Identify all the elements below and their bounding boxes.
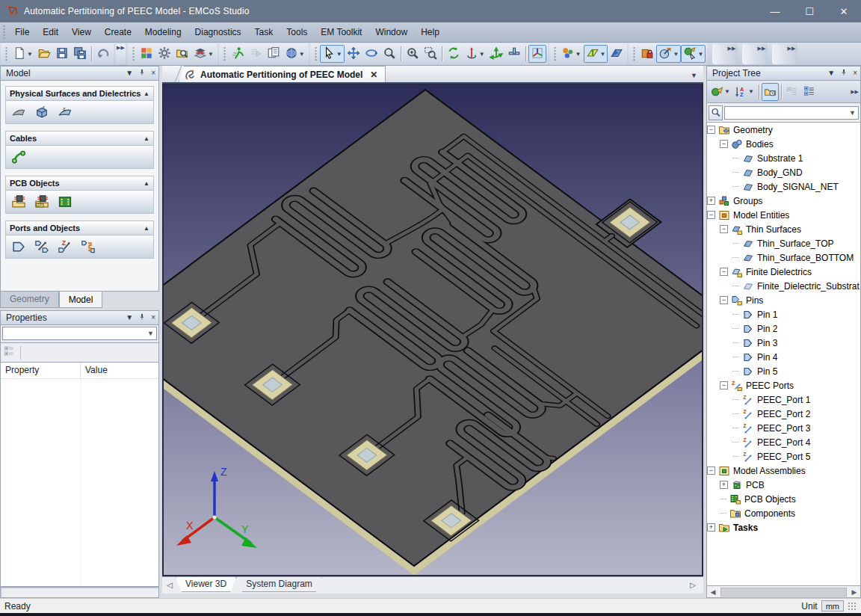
expand-node-icon[interactable]: + [720, 481, 728, 489]
document-tab[interactable]: Automatic Pertitioning of PEEC Model ✕ [179, 66, 386, 82]
menu-create[interactable]: Create [98, 25, 138, 40]
toolbar-find-in-files-button[interactable] [173, 45, 191, 63]
tree-item-pcb-objects[interactable]: PCB Objects [707, 492, 860, 506]
menu-help[interactable]: Help [414, 25, 446, 40]
toolbar-select-button[interactable]: ▼ [320, 45, 345, 63]
collapse-section-icon[interactable]: ▲ [144, 180, 149, 187]
resize-grip[interactable] [848, 602, 857, 611]
panel-menu-icon[interactable]: ▼ [827, 70, 835, 77]
tree-item-peec-port-3[interactable]: ZPEEC_Port 3 [707, 421, 860, 435]
tree-item-thin-surfaces[interactable]: −Thin Surfaces [707, 222, 860, 236]
tree-item-pcb[interactable]: +PCB [707, 478, 860, 492]
toolbar-pick-orientation-button[interactable]: ▼ [681, 45, 706, 63]
close-icon[interactable]: × [853, 70, 857, 77]
tree-item-finite-dielectrics[interactable]: −Finite Dielectrics [707, 265, 860, 279]
close-button[interactable]: ✕ [827, 0, 861, 22]
search-button[interactable] [709, 105, 723, 120]
chevron-down-icon[interactable]: ▼ [600, 51, 606, 58]
tab-geometry[interactable]: Geometry [0, 292, 59, 308]
chevron-down-icon[interactable]: ▼ [299, 51, 305, 58]
collapse-node-icon[interactable]: − [707, 126, 715, 134]
tree-item-groups[interactable]: +Groups [707, 194, 860, 208]
tree-item-pin-1[interactable]: Pin 1 [707, 307, 860, 321]
tree-item-pin-2[interactable]: Pin 2 [707, 321, 860, 336]
tool-import-pcb-button[interactable] [9, 193, 28, 211]
toolbar-grip[interactable] [553, 46, 557, 61]
tool-port-z-button[interactable]: Z [55, 238, 75, 256]
chevron-down-icon[interactable]: ▼ [145, 330, 156, 337]
tree-item-body-gnd[interactable]: Body_GND [707, 165, 860, 179]
expand-node-icon[interactable]: + [707, 523, 715, 532]
toolbar-object-display-button[interactable]: ▼ [559, 45, 584, 63]
tool-port-pin-button[interactable] [32, 238, 52, 256]
tree-item-substrate-1[interactable]: Substrate 1 [707, 151, 860, 165]
chevron-down-icon[interactable]: ▼ [208, 51, 214, 58]
toolbar-grip[interactable] [632, 46, 636, 61]
toolbar-zoom-in-button[interactable] [404, 45, 422, 63]
collapse-node-icon[interactable]: − [720, 296, 728, 304]
tree-item-thin-surface-top[interactable]: Thin_Surface_TOP [707, 236, 860, 250]
toolbar-pan-view-button[interactable] [345, 45, 362, 63]
collapse-node-icon[interactable]: − [707, 211, 715, 219]
tool-import-pcb-zip-button[interactable]: ZIP [32, 193, 52, 211]
collapse-node-icon[interactable]: − [720, 140, 728, 148]
chevron-down-icon[interactable]: ▼ [847, 109, 858, 117]
panel-menu-icon[interactable]: ▼ [126, 70, 133, 77]
menu-tools[interactable]: Tools [280, 25, 314, 40]
tree-collapse-all-button[interactable] [784, 83, 801, 101]
tool-pcb-board-button[interactable] [55, 193, 75, 211]
toolbar-lock-position-button[interactable] [638, 45, 656, 63]
collapse-section-icon[interactable]: ▲ [144, 90, 149, 97]
menu-edit[interactable]: Edit [36, 25, 65, 40]
chevron-down-icon[interactable]: ▼ [336, 51, 342, 58]
document-close-icon[interactable]: ✕ [367, 70, 377, 80]
tab-system-diagram[interactable]: System Diagram [236, 577, 322, 592]
tree-item-pin-5[interactable]: Pin 5 [707, 364, 860, 378]
toolbar-calculation-options-button[interactable] [138, 45, 155, 63]
menu-view[interactable]: View [65, 25, 98, 40]
tree-item-peec-port-5[interactable]: ZPEEC_Port 5 [707, 449, 860, 463]
toolbar-overflow-icon[interactable]: ▶▶ [116, 44, 126, 64]
tool-port-lumped-button[interactable] [78, 238, 98, 256]
toolbar-grip[interactable] [314, 46, 318, 61]
pin-icon[interactable] [840, 69, 848, 78]
collapse-section-icon[interactable]: ▲ [144, 135, 149, 142]
tree-item-pin-4[interactable]: Pin 4 [707, 350, 860, 364]
collapse-node-icon[interactable]: − [707, 466, 715, 475]
pin-icon[interactable] [138, 69, 146, 78]
chevron-down-icon[interactable]: ▼ [673, 51, 679, 58]
tree-item-model-entities[interactable]: −Model Entities [707, 208, 860, 222]
tool-dielectric-box-button[interactable]: ε [32, 103, 52, 121]
tab-scroll-right-icon[interactable]: ▷ [687, 577, 699, 592]
scroll-left-icon[interactable]: ◀ [707, 588, 719, 596]
tree-item-pins[interactable]: −Pins [707, 293, 860, 307]
menu-window[interactable]: Window [368, 25, 414, 40]
tree-item-peec-port-2[interactable]: ZPEEC_Port 2 [707, 407, 860, 421]
menu-diagnostics[interactable]: Diagnostics [188, 25, 248, 40]
tab-viewer-3d[interactable]: Viewer 3D [176, 577, 236, 592]
properties-grid[interactable]: Property Value [0, 363, 159, 587]
collapse-node-icon[interactable]: − [720, 381, 728, 389]
toolbar-script-editor-button[interactable] [265, 45, 283, 63]
expand-node-icon[interactable]: + [707, 197, 715, 205]
chevron-down-icon[interactable]: ▼ [697, 51, 703, 58]
tree-item-pin-3[interactable]: Pin 3 [707, 336, 860, 350]
toolbar-overflow-icon[interactable]: ▶▶ [851, 89, 859, 95]
tab-list-dropdown-icon[interactable]: ▼ [691, 72, 703, 79]
menu-file[interactable]: File [8, 25, 36, 40]
tree-item-bodies[interactable]: −Bodies [707, 137, 860, 151]
unit-value[interactable]: mm [821, 600, 844, 612]
toolbar-run-queue-button[interactable] [247, 45, 265, 63]
toolbar-run-task-button[interactable] [229, 45, 247, 63]
tree-display-filter-button[interactable]: ▼ [709, 83, 732, 101]
collapsed-toolbar-stub[interactable]: ▶▶ [772, 44, 797, 64]
properties-object-selector[interactable]: ▼ [2, 327, 157, 340]
toolbar-isometric-view-button[interactable] [528, 45, 546, 63]
scrollbar-thumb[interactable] [720, 588, 847, 597]
toolbar-normals-tool-button[interactable] [505, 45, 523, 63]
close-icon[interactable]: × [151, 70, 155, 77]
tree-item-finite-dielectric-substrat[interactable]: Finite_Dielectric_Substrat [707, 279, 860, 293]
menu-em-toolkit[interactable]: EM Toolkit [314, 25, 368, 40]
project-tree-view[interactable]: −Geometry−BodiesSubstrate 1Body_GNDBody_… [706, 123, 861, 586]
tree-horizontal-scrollbar[interactable]: ◀ ▶ [706, 586, 861, 598]
